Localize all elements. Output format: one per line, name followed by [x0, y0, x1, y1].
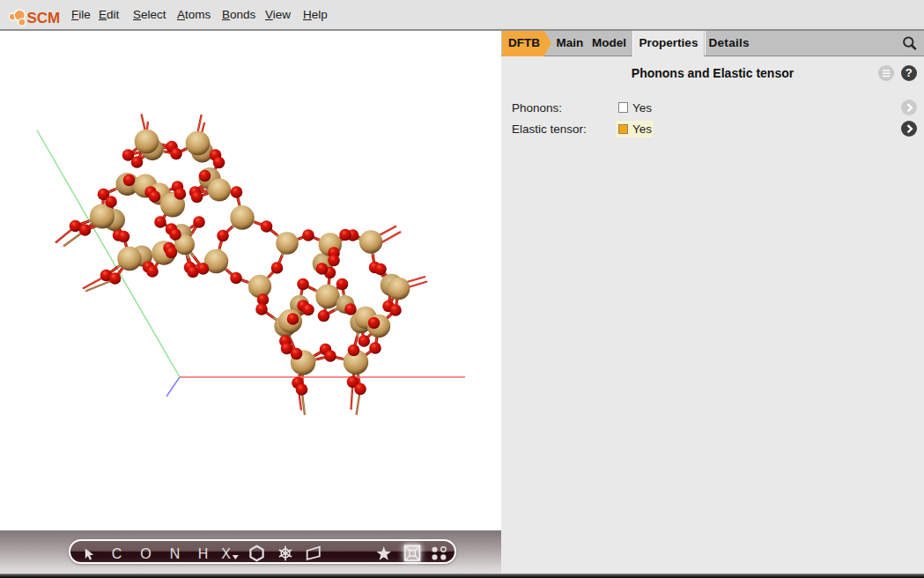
- svg-text:X: X: [221, 546, 231, 561]
- svg-text:SCM: SCM: [27, 10, 61, 26]
- svg-text:C: C: [112, 546, 122, 561]
- svg-text:O: O: [140, 546, 151, 561]
- svg-text:H: H: [198, 546, 209, 561]
- svg-text:N: N: [170, 546, 181, 561]
